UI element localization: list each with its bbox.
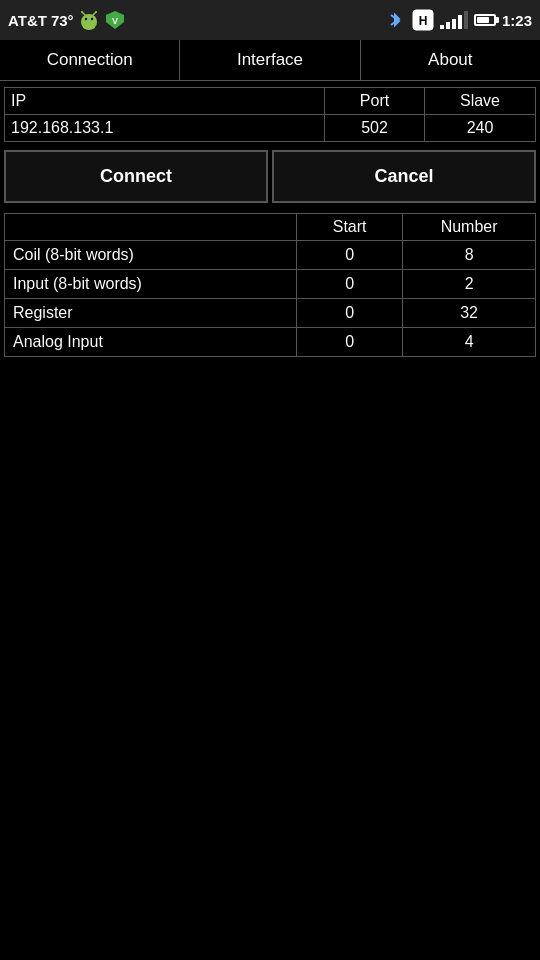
- button-row: Connect Cancel: [4, 150, 536, 203]
- connect-button[interactable]: Connect: [4, 150, 268, 203]
- tab-about[interactable]: About: [361, 40, 540, 80]
- slave-header: Slave: [425, 88, 535, 114]
- row-number-0[interactable]: 8: [403, 241, 536, 270]
- row-start-0[interactable]: 0: [297, 241, 403, 270]
- battery-icon: [474, 9, 496, 31]
- temperature-label: 73°: [51, 12, 74, 29]
- tab-interface[interactable]: Interface: [180, 40, 360, 80]
- time-label: 1:23: [502, 12, 532, 29]
- row-start-1[interactable]: 0: [297, 270, 403, 299]
- svg-point-3: [90, 18, 92, 20]
- row-label-3[interactable]: Analog Input: [5, 328, 297, 357]
- svg-rect-1: [83, 21, 95, 29]
- row-label-2[interactable]: Register: [5, 299, 297, 328]
- main-content: IP Port Slave 192.168.133.1 502 240 Conn…: [0, 81, 540, 363]
- table-header-number: Number: [403, 214, 536, 241]
- nav-tabs: Connection Interface About: [0, 40, 540, 81]
- ip-header: IP: [5, 88, 325, 114]
- svg-point-6: [81, 11, 83, 13]
- table-row: Input (8-bit words)02: [5, 270, 536, 299]
- connection-header-row: IP Port Slave: [4, 87, 536, 114]
- table-row: Register032: [5, 299, 536, 328]
- signal-icon: [440, 11, 468, 29]
- slave-value[interactable]: 240: [425, 115, 535, 141]
- table-body: Coil (8-bit words)08Input (8-bit words)0…: [5, 241, 536, 357]
- row-start-3[interactable]: 0: [297, 328, 403, 357]
- row-start-2[interactable]: 0: [297, 299, 403, 328]
- row-label-0[interactable]: Coil (8-bit words): [5, 241, 297, 270]
- table-header-empty: [5, 214, 297, 241]
- status-bar: AT&T 73° V: [0, 0, 540, 40]
- connection-values-row: 192.168.133.1 502 240: [4, 114, 536, 142]
- svg-text:V: V: [112, 16, 118, 26]
- row-label-1[interactable]: Input (8-bit words): [5, 270, 297, 299]
- status-right: H 1:23: [384, 9, 532, 31]
- table-row: Analog Input04: [5, 328, 536, 357]
- table-row: Coil (8-bit words)08: [5, 241, 536, 270]
- row-number-1[interactable]: 2: [403, 270, 536, 299]
- row-number-2[interactable]: 32: [403, 299, 536, 328]
- ip-value[interactable]: 192.168.133.1: [5, 115, 325, 141]
- htc-icon: H: [412, 9, 434, 31]
- svg-text:H: H: [419, 14, 428, 28]
- status-left: AT&T 73° V: [8, 9, 126, 31]
- bluetooth-icon: [384, 9, 406, 31]
- port-header: Port: [325, 88, 425, 114]
- cancel-button[interactable]: Cancel: [272, 150, 536, 203]
- carrier-label: AT&T: [8, 12, 47, 29]
- android-icon: [78, 9, 100, 31]
- table-header-start: Start: [297, 214, 403, 241]
- data-table: Start Number Coil (8-bit words)08Input (…: [4, 213, 536, 357]
- svg-point-2: [84, 18, 86, 20]
- port-value[interactable]: 502: [325, 115, 425, 141]
- svg-point-7: [95, 11, 97, 13]
- shield-icon: V: [104, 9, 126, 31]
- tab-connection[interactable]: Connection: [0, 40, 180, 80]
- row-number-3[interactable]: 4: [403, 328, 536, 357]
